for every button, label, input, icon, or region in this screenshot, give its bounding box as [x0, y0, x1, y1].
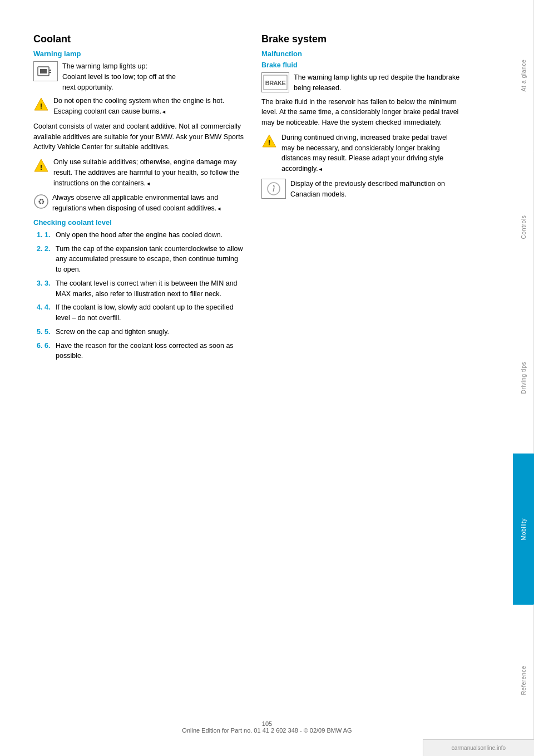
coolant-lamp-text-line3: next opportunity.	[62, 84, 113, 91]
sidebar: At a glance Controls Driving tips Mobili…	[513, 0, 534, 756]
recycle-svg-icon: ♻	[33, 194, 49, 209]
caution1-text: Do not open the cooling system when the …	[53, 96, 245, 117]
right-column: Brake system Malfunction Brake fluid BRA…	[261, 33, 462, 723]
triangle-svg1: !	[33, 97, 49, 111]
coolant-lamp-icon	[33, 61, 58, 81]
caution1-box: ! Do not open the cooling system when th…	[33, 96, 245, 117]
recycle-icon: ♻	[33, 194, 48, 208]
brake-fluid-main-text: The brake fluid in the reservoir has fal…	[261, 97, 462, 128]
brake-lamp-box: BRAKE The warning lamp lights up red des…	[261, 72, 462, 94]
sidebar-at-a-glance[interactable]: At a glance	[513, 0, 534, 151]
coolant-step-4: If the coolant is low, slowly add coolan…	[44, 302, 245, 323]
coolant-steps-list: Only open the hood after the engine has …	[44, 230, 245, 361]
coolant-lamp-box: The warning lamp lights up: Coolant leve…	[33, 61, 245, 92]
coolant-step-6: Have the reason for the coolant loss cor…	[44, 341, 245, 362]
svg-text:•: •	[273, 183, 274, 189]
brake-triangle-svg: !	[261, 134, 277, 148]
canadian-info-text: Display of the previously described malf…	[290, 179, 462, 200]
main-content: Coolant Warning lamp The warning lamp li…	[0, 0, 513, 756]
coolant-svg-icon	[37, 65, 55, 78]
brake-lamp-icon: BRAKE	[261, 72, 289, 92]
svg-text:♻: ♻	[38, 197, 45, 206]
page-container: Coolant Warning lamp The warning lamp li…	[0, 0, 534, 756]
svg-text:!: !	[40, 164, 42, 171]
coolant-lamp-text: The warning lamp lights up: Coolant leve…	[62, 61, 176, 92]
brake-caution-text: During continued driving, increased brak…	[281, 132, 462, 174]
right-section-title: Brake system	[261, 33, 462, 45]
brake-svg-icon: BRAKE	[263, 75, 288, 90]
canadian-info-box: i • Display of the previously described …	[261, 179, 462, 200]
sidebar-mobility[interactable]: Mobility	[513, 454, 534, 605]
checking-coolant-subtitle: Checking coolant level	[33, 218, 245, 227]
coolant-lamp-text-line2: Coolant level is too low; top off at the	[62, 73, 176, 81]
caution2-text: Only use suitable additives; otherwise, …	[53, 157, 245, 188]
caution3-text: Always observe all applicable environmen…	[52, 193, 245, 214]
canadian-info-icon: i •	[261, 179, 286, 199]
footer-text: Online Edition for Part no. 01 41 2 602 …	[182, 727, 352, 734]
coolant-step-3: The coolant level is correct when it is …	[44, 278, 245, 300]
coolant-main-text: Coolant consists of water and coolant ad…	[33, 121, 245, 153]
svg-text:!: !	[40, 102, 42, 110]
page-footer: 105 Online Edition for Part no. 01 41 2 …	[0, 720, 534, 734]
warning-triangle2-icon: !	[33, 158, 49, 174]
sidebar-driving-tips[interactable]: Driving tips	[513, 302, 534, 454]
left-section-title: Coolant	[33, 33, 245, 45]
svg-text:BRAKE: BRAKE	[265, 80, 286, 86]
caution3-box: ♻ Always observe all applicable environm…	[33, 193, 245, 214]
caution2-box: ! Only use suitable additives; otherwise…	[33, 157, 245, 188]
coolant-step-5: Screw on the cap and tighten snugly.	[44, 327, 245, 337]
svg-rect-1	[40, 69, 47, 73]
brake-fluid-subtitle: Brake fluid	[261, 61, 462, 69]
triangle-svg2: !	[33, 158, 49, 173]
brake-caution-box: ! During continued driving, increased br…	[261, 132, 462, 174]
brake-warning-triangle-icon: !	[261, 134, 277, 150]
coolant-lamp-text-line1: The warning lamp lights up:	[62, 62, 147, 70]
left-column: Coolant Warning lamp The warning lamp li…	[33, 33, 245, 723]
coolant-step-1: Only open the hood after the engine has …	[44, 230, 245, 240]
warning-lamp-subtitle: Warning lamp	[33, 50, 245, 58]
carmanuals-watermark: carmanualsonline.info	[423, 739, 534, 756]
page-number: 105	[262, 720, 272, 727]
canadian-info-svg: i •	[265, 181, 282, 197]
svg-text:!: !	[268, 139, 270, 147]
coolant-step-2: Turn the cap of the expansion tank count…	[44, 244, 245, 275]
malfunction-subtitle: Malfunction	[261, 50, 462, 58]
warning-triangle1-icon: !	[33, 97, 49, 113]
brake-warning-text: The warning lamp lights up red despite t…	[294, 72, 462, 94]
sidebar-controls[interactable]: Controls	[513, 151, 534, 303]
